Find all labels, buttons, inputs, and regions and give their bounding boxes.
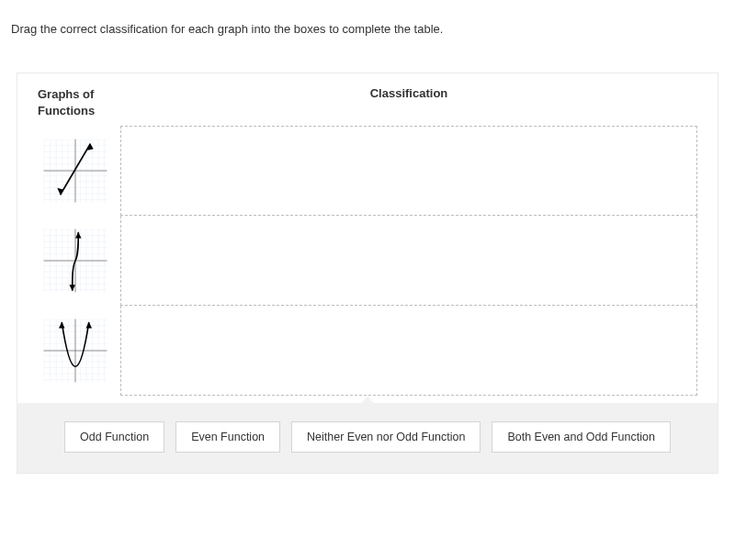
- drop-zone-3[interactable]: [120, 306, 697, 396]
- table-row: [38, 306, 697, 396]
- graph-3-parabola: [38, 312, 113, 389]
- chip-tray: Odd Function Even Function Neither Even …: [17, 403, 718, 473]
- graph-1-line: [38, 132, 113, 209]
- header-classification: Classification: [120, 86, 697, 100]
- table-wrap: Graphs of Functions Classification: [17, 73, 718, 403]
- chip-even[interactable]: Even Function: [175, 421, 280, 453]
- table-headers: Graphs of Functions Classification: [38, 86, 697, 118]
- graph-cell-3: [38, 306, 120, 396]
- chip-both[interactable]: Both Even and Odd Function: [492, 421, 671, 453]
- graph-cell-2: [38, 216, 120, 306]
- table-row: [38, 126, 697, 216]
- chip-neither[interactable]: Neither Even nor Odd Function: [291, 421, 481, 453]
- instructions-text: Drag the correct classification for each…: [0, 0, 735, 36]
- graph-2-cubic: [38, 222, 113, 299]
- drop-zone-2[interactable]: [120, 216, 697, 306]
- table-row: [38, 216, 697, 306]
- chip-odd[interactable]: Odd Function: [64, 421, 164, 453]
- drop-zone-1[interactable]: [120, 126, 697, 216]
- header-graphs: Graphs of Functions: [38, 86, 120, 118]
- graph-cell-1: [38, 126, 120, 216]
- activity-panel: Graphs of Functions Classification: [17, 73, 718, 474]
